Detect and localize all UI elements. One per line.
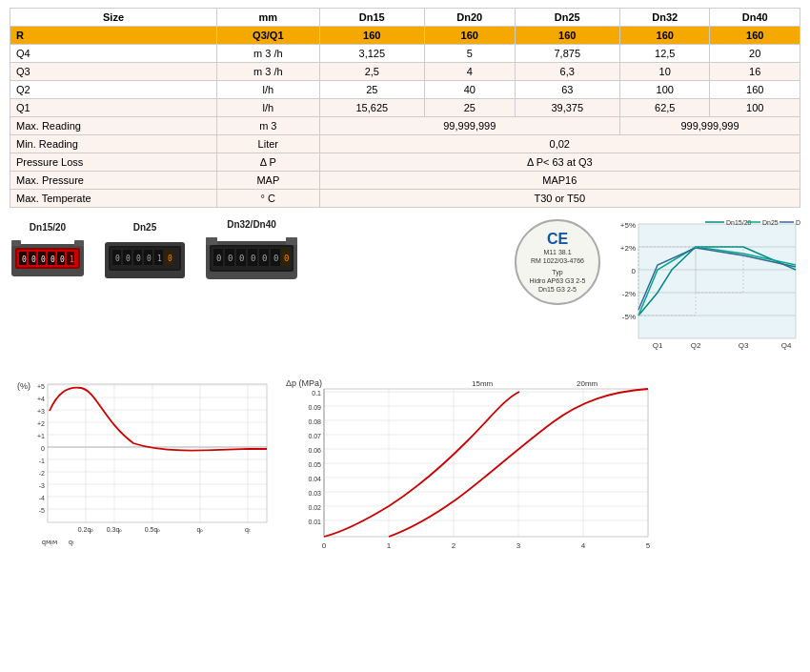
meter-dn15-image: 0 0 0 0 0 1 <box>10 236 86 284</box>
svg-text:0: 0 <box>228 254 233 263</box>
svg-text:-5%: -5% <box>622 313 636 321</box>
svg-text:0: 0 <box>251 254 255 263</box>
svg-text:0.05: 0.05 <box>308 461 321 468</box>
meter-dn15-label: Dn15/20 <box>30 222 66 233</box>
svg-text:Dn25: Dn25 <box>762 219 779 226</box>
svg-text:0.02: 0.02 <box>308 504 321 511</box>
col-dn15: Dn15 <box>319 9 424 27</box>
meter-dn25-label: Dn25 <box>133 222 156 233</box>
svg-text:0.01: 0.01 <box>308 519 321 525</box>
svg-text:0: 0 <box>262 254 267 263</box>
ce-mark: CE <box>547 231 568 248</box>
svg-text:Q2: Q2 <box>691 341 701 350</box>
table-row: Max. Readingm 399,999,999999,999,999 <box>10 117 800 135</box>
table-row: Q3m 3 /h2,546,31016 <box>10 63 800 81</box>
table-row: Q1l/h15,6252539,37562,5100 <box>10 99 800 117</box>
meter-dn25: Dn25 0 0 0 0 1 0 <box>103 222 187 284</box>
bottom-section: (%) +5 +4 +3 +2 +1 0 -1 -2 -3 -4 -5 <box>0 371 810 569</box>
svg-text:15mm: 15mm <box>472 379 494 388</box>
pressure-chart-wrap: Δp (MPa) 15mm 20mm 0.1 0.09 0.08 0.07 0.… <box>286 375 800 565</box>
svg-text:0.04: 0.04 <box>308 476 321 482</box>
meter-dn25-image: 0 0 0 0 1 0 <box>103 236 187 284</box>
svg-rect-50 <box>286 237 297 245</box>
svg-text:-4: -4 <box>39 495 45 501</box>
svg-rect-15 <box>11 240 21 246</box>
svg-text:Q1: Q1 <box>653 341 663 350</box>
meter-dn15: Dn15/20 0 0 0 0 0 1 <box>10 222 86 284</box>
svg-text:1: 1 <box>387 541 392 550</box>
svg-text:0: 0 <box>41 255 46 264</box>
pressure-chart: Δp (MPa) 15mm 20mm 0.1 0.09 0.08 0.07 0.… <box>286 375 658 565</box>
svg-text:qₜ: qₜ <box>245 526 251 534</box>
svg-text:0: 0 <box>51 255 55 264</box>
svg-text:-2%: -2% <box>622 290 636 298</box>
svg-text:0: 0 <box>41 445 45 452</box>
table-row: Max. Temperate° CT30 or T50 <box>10 190 800 208</box>
svg-text:0.3qₚ: 0.3qₚ <box>107 526 123 534</box>
svg-rect-112 <box>324 389 648 537</box>
table-row: Q4m 3 /h3,12557,87512,520 <box>10 45 800 63</box>
svg-text:4: 4 <box>581 541 586 550</box>
svg-text:0: 0 <box>216 254 221 263</box>
svg-text:0: 0 <box>22 255 27 264</box>
linearity-chart: (%) +5 +4 +3 +2 +1 0 -1 -2 -3 -4 -5 <box>10 375 276 565</box>
col-dn20: Dn20 <box>425 9 515 27</box>
svg-text:0: 0 <box>273 254 278 263</box>
svg-text:-2: -2 <box>39 470 45 477</box>
svg-text:0: 0 <box>284 254 289 263</box>
svg-text:-1: -1 <box>39 458 45 464</box>
ce-disc: CE M11 38.1 RM 1022/03-4766 Typ Hidro AP… <box>515 219 600 305</box>
svg-text:qₚ: qₚ <box>197 526 204 534</box>
svg-rect-16 <box>74 240 84 246</box>
table-row: Max. PressureMAPMAP16 <box>10 172 800 190</box>
svg-text:+3: +3 <box>37 408 45 415</box>
svg-text:(%): (%) <box>17 381 30 391</box>
svg-text:+1: +1 <box>37 433 45 439</box>
meter-dn32-label: Dn32/Dn40 <box>227 219 276 230</box>
ce-disc-text: M11 38.1 RM 1022/03-4766 Typ Hidro AP63 … <box>530 248 586 294</box>
svg-text:qᴍᴉᴍ: qᴍᴉᴍ <box>42 539 57 546</box>
col-dn25: Dn25 <box>515 9 619 27</box>
svg-text:0: 0 <box>147 255 152 263</box>
middle-section: Dn15/20 0 0 0 0 0 1 <box>0 212 810 371</box>
svg-text:0: 0 <box>31 255 36 264</box>
svg-text:+2: +2 <box>37 420 45 427</box>
svg-text:Δp (MPa): Δp (MPa) <box>286 378 322 388</box>
meter-dn32-image: 0 0 0 0 0 0 0 <box>204 234 299 286</box>
svg-text:0: 0 <box>136 255 141 263</box>
linearity-chart-wrap: (%) +5 +4 +3 +2 +1 0 -1 -2 -3 -4 -5 <box>10 375 276 565</box>
col-size: Size <box>10 9 217 27</box>
svg-text:qₜ: qₜ <box>69 539 74 546</box>
spec-table: Size mm Dn15 Dn20 Dn25 Dn32 Dn40 RQ3/Q11… <box>10 8 800 208</box>
svg-text:0.1: 0.1 <box>312 390 321 397</box>
svg-text:0.5qₚ: 0.5qₚ <box>145 526 161 534</box>
svg-text:2: 2 <box>452 541 456 550</box>
col-dn32: Dn32 <box>619 9 709 27</box>
svg-text:0.06: 0.06 <box>308 447 321 454</box>
svg-rect-51 <box>638 224 796 338</box>
svg-text:1: 1 <box>157 255 162 263</box>
svg-text:-5: -5 <box>39 507 45 514</box>
svg-text:+2%: +2% <box>620 244 636 253</box>
svg-text:0.03: 0.03 <box>308 490 321 497</box>
svg-rect-49 <box>206 237 217 245</box>
svg-rect-73 <box>48 384 267 522</box>
svg-text:1: 1 <box>70 255 74 264</box>
svg-text:+4: +4 <box>37 396 45 402</box>
table-row: RQ3/Q1160160160160160 <box>10 27 800 45</box>
svg-text:0: 0 <box>239 254 244 263</box>
svg-text:5: 5 <box>646 541 651 550</box>
svg-text:0: 0 <box>632 267 637 275</box>
svg-text:20mm: 20mm <box>577 379 598 388</box>
svg-text:Dn32/40: Dn32/40 <box>796 219 800 226</box>
svg-text:0: 0 <box>168 255 172 263</box>
table-row: Min. ReadingLiter0,02 <box>10 135 800 153</box>
svg-text:Q3: Q3 <box>739 341 749 350</box>
svg-text:+5%: +5% <box>620 221 636 230</box>
spec-table-wrap: Size mm Dn15 Dn20 Dn25 Dn32 Dn40 RQ3/Q11… <box>0 0 810 212</box>
svg-text:0: 0 <box>322 541 327 550</box>
svg-text:0.09: 0.09 <box>308 404 321 411</box>
svg-text:0.08: 0.08 <box>308 418 321 425</box>
accuracy-chart: +5% +2% 0 -2% -5% Q1 Q2 Q3 Q4 Dn15/20 Dn… <box>610 219 800 367</box>
svg-text:0.07: 0.07 <box>308 433 321 439</box>
